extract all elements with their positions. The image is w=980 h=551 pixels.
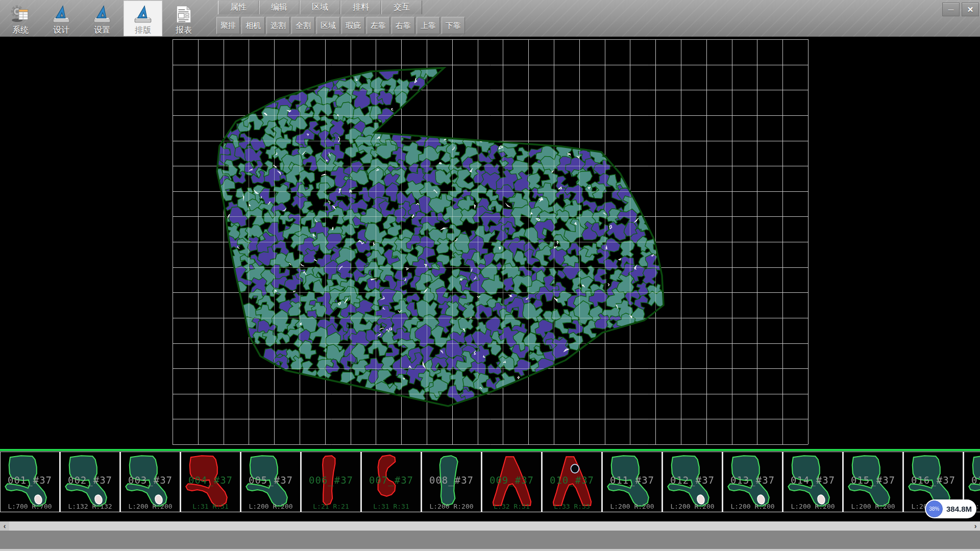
action-button-region[interactable]: 区域 bbox=[316, 17, 340, 34]
piece-id-label: 005_#37 bbox=[241, 474, 300, 486]
action-button-defect[interactable]: 瑕疵 bbox=[341, 17, 365, 34]
filmstrip-item[interactable]: 003_#37L:200 R:200 bbox=[120, 452, 181, 512]
menu-tab-edit[interactable]: 编辑 bbox=[259, 1, 300, 14]
app-window: 系统设计设置排版报表 属性编辑区域排料交互 聚排相机选割全割区域瑕疵左靠右靠上靠… bbox=[0, 0, 980, 551]
piece-id-label: 004_#37 bbox=[181, 474, 240, 486]
action-button-cut-all[interactable]: 全割 bbox=[291, 17, 315, 34]
toolbar-button-report[interactable]: 报表 bbox=[164, 1, 203, 36]
piece-id-label: 014_#37 bbox=[783, 474, 842, 486]
filmstrip-item[interactable]: 007_#37L:31 R:31 bbox=[361, 452, 422, 512]
top-toolbar: 系统设计设置排版报表 属性编辑区域排料交互 聚排相机选割全割区域瑕疵左靠右靠上靠… bbox=[0, 0, 980, 37]
piece-lr-count: L:200 R:200 bbox=[422, 503, 481, 510]
menu-tab-nesting[interactable]: 排料 bbox=[340, 1, 381, 14]
piece-id-label: 001_#37 bbox=[1, 474, 59, 486]
window-bottom-edge bbox=[0, 549, 980, 551]
memory-usage-badge: 38% 384.8M bbox=[925, 499, 976, 518]
toolbar-button-label: 排版 bbox=[135, 26, 151, 35]
horizontal-scrollbar[interactable]: ‹ › bbox=[0, 521, 980, 531]
action-button-bar: 聚排相机选割全割区域瑕疵左靠右靠上靠下靠 bbox=[216, 17, 467, 34]
usage-percent-circle: 38% bbox=[926, 500, 943, 517]
filmstrip-item[interactable]: 008_#37L:200 R:200 bbox=[422, 452, 482, 512]
piece-lr-count: L:200 R:200 bbox=[663, 503, 722, 510]
toolbar-button-label: 设置 bbox=[94, 26, 110, 35]
filmstrip-cells: 001_#37L:700 R:700002_#37L:132 R:132003_… bbox=[0, 452, 980, 512]
piece-id-label: 002_#37 bbox=[61, 474, 119, 486]
piece-lr-count: L:200 R:200 bbox=[603, 503, 662, 510]
piece-lr-count: L:32 R:31 bbox=[482, 503, 541, 510]
filmstrip-item[interactable]: 005_#37L:200 R:200 bbox=[241, 452, 301, 512]
usage-percent-label: 38% bbox=[929, 506, 939, 512]
scroll-right-button[interactable]: › bbox=[971, 521, 980, 531]
action-button-snap-left[interactable]: 左靠 bbox=[366, 17, 390, 34]
usage-value-label: 384.8M bbox=[946, 505, 972, 513]
filmstrip-item[interactable]: 015_#37L:200 R:200 bbox=[843, 452, 903, 512]
action-button-camera[interactable]: 相机 bbox=[241, 17, 265, 34]
design-ruler-icon bbox=[52, 3, 71, 26]
toolbar-button-system[interactable]: 系统 bbox=[1, 1, 40, 36]
minimize-button[interactable]: ─ bbox=[942, 3, 960, 16]
piece-id-label: 017_#37 bbox=[964, 474, 980, 486]
filmstrip-item[interactable]: 012_#37L:200 R:200 bbox=[663, 452, 723, 512]
piece-id-label: 013_#37 bbox=[723, 474, 782, 486]
filmstrip: 001_#37L:700 R:700002_#37L:132 R:132003_… bbox=[0, 449, 980, 521]
filmstrip-item[interactable]: 001_#37L:700 R:700 bbox=[0, 452, 60, 512]
piece-lr-count: L:21 R:21 bbox=[302, 503, 360, 510]
filmstrip-item[interactable]: 009_#37L:32 R:31 bbox=[482, 452, 542, 512]
piece-id-label: 016_#37 bbox=[904, 474, 963, 486]
toolbar-button-design[interactable]: 设计 bbox=[42, 1, 81, 36]
system-gear-icon bbox=[11, 3, 30, 26]
piece-lr-count: L:31 R:31 bbox=[362, 503, 421, 510]
piece-id-label: 003_#37 bbox=[121, 474, 180, 486]
layout-ruler-icon bbox=[133, 3, 153, 26]
piece-lr-count: L:200 R:200 bbox=[844, 503, 902, 510]
piece-id-label: 011_#37 bbox=[603, 474, 662, 486]
filmstrip-item[interactable]: 014_#37L:200 R:200 bbox=[783, 452, 843, 512]
toolbar-button-layout[interactable]: 排版 bbox=[124, 1, 162, 36]
piece-id-label: 007_#37 bbox=[362, 474, 421, 486]
filmstrip-item[interactable]: 004_#37L:31 R:31 bbox=[181, 452, 241, 512]
settings-ruler-icon bbox=[92, 3, 112, 26]
minimize-icon: ─ bbox=[948, 5, 954, 14]
piece-lr-count: L:132 R:132 bbox=[61, 503, 119, 510]
piece-id-label: 012_#37 bbox=[663, 474, 722, 486]
action-button-snap-right[interactable]: 右靠 bbox=[391, 17, 415, 34]
action-button-select-cut[interactable]: 选割 bbox=[266, 17, 290, 34]
piece-lr-count: L:200 R:200 bbox=[783, 503, 842, 510]
menu-tab-bar: 属性编辑区域排料交互 bbox=[218, 1, 422, 14]
action-button-snap-down[interactable]: 下靠 bbox=[442, 17, 465, 34]
piece-lr-count: L:33 R:33 bbox=[543, 503, 601, 510]
piece-lr-count: L:31 R:31 bbox=[181, 503, 240, 510]
piece-id-label: 008_#37 bbox=[422, 474, 481, 486]
main-toolbar: 系统设计设置排版报表 bbox=[1, 1, 205, 36]
filmstrip-item[interactable]: 011_#37L:200 R:200 bbox=[602, 452, 663, 512]
piece-id-label: 006_#37 bbox=[302, 474, 360, 486]
menu-tab-region[interactable]: 区域 bbox=[300, 1, 340, 14]
filmstrip-item[interactable]: 010_#37L:33 R:33 bbox=[542, 452, 602, 512]
piece-lr-count: L:200 R:200 bbox=[241, 503, 300, 510]
piece-lr-count: L:200 R:200 bbox=[723, 503, 782, 510]
piece-id-label: 015_#37 bbox=[844, 474, 902, 486]
action-button-cluster-nest[interactable]: 聚排 bbox=[216, 17, 240, 34]
filmstrip-top-border bbox=[0, 449, 980, 451]
menu-tab-properties[interactable]: 属性 bbox=[218, 1, 259, 14]
toolbar-button-label: 设计 bbox=[53, 26, 69, 35]
filmstrip-item[interactable]: 006_#37L:21 R:21 bbox=[301, 452, 361, 512]
status-bar bbox=[0, 531, 980, 549]
piece-lr-count: L:700 R:700 bbox=[1, 503, 59, 510]
toolbar-button-label: 报表 bbox=[176, 26, 192, 35]
toolbar-button-settings[interactable]: 设置 bbox=[83, 1, 121, 36]
toolbar-button-label: 系统 bbox=[12, 26, 29, 35]
piece-id-label: 010_#37 bbox=[543, 474, 601, 486]
filmstrip-item[interactable]: 013_#37L:200 R:200 bbox=[723, 452, 783, 512]
menu-tab-interact[interactable]: 交互 bbox=[381, 1, 422, 14]
nesting-viewport-canvas[interactable] bbox=[0, 37, 980, 449]
scroll-left-button[interactable]: ‹ bbox=[0, 521, 9, 531]
filmstrip-item[interactable]: 002_#37L:132 R:132 bbox=[60, 452, 120, 512]
piece-id-label: 009_#37 bbox=[482, 474, 541, 486]
report-doc-icon bbox=[174, 3, 193, 26]
close-button[interactable]: ✕ bbox=[962, 3, 979, 16]
close-icon: ✕ bbox=[967, 5, 974, 14]
action-button-snap-up[interactable]: 上靠 bbox=[416, 17, 440, 34]
piece-lr-count: L:200 R:200 bbox=[121, 503, 180, 510]
